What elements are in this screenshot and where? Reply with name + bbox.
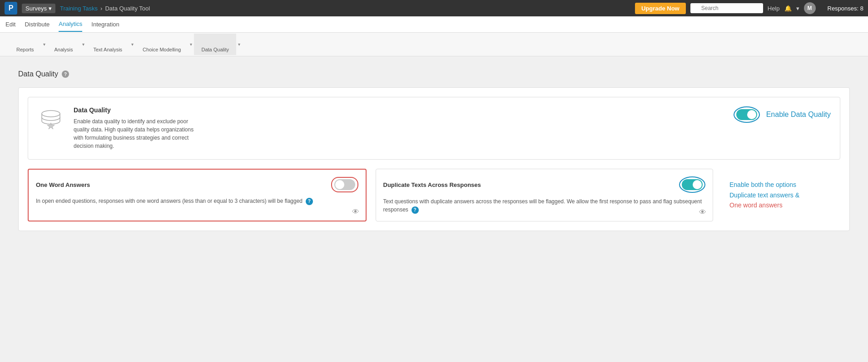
tool-analysis-label: Analysis (55, 47, 73, 52)
dt-help-icon[interactable]: ? (412, 206, 419, 214)
dt-toggle-circle-border (679, 176, 705, 193)
dq-card-icon-wrapper (37, 106, 64, 134)
notification-arrow[interactable]: ▾ (796, 5, 799, 12)
tool-reports-label: Reports (16, 47, 34, 52)
tool-dq-label: Data Quality (201, 47, 229, 52)
annotation-line2: Duplicate text answers & (729, 191, 799, 199)
owa-eye-icon[interactable]: 👁 (352, 208, 359, 216)
owa-card-title: One Word Answers (36, 181, 90, 188)
surveys-label: Surveys (25, 5, 47, 12)
app-logo: P (5, 2, 17, 15)
text-analysis-dropdown-arrow[interactable]: ▾ (129, 39, 135, 50)
svg-point-11 (42, 111, 60, 117)
toggle-thumb (747, 110, 756, 119)
notification-icon[interactable]: 🔔 (784, 5, 792, 12)
dt-toggle-track (682, 179, 703, 190)
dt-card-header: Duplicate Texts Across Responses (383, 176, 706, 193)
annotation-text: Enable both the options Duplicate text a… (729, 180, 799, 210)
page-title-text: Data Quality (18, 70, 58, 78)
dt-eye-icon[interactable]: 👁 (699, 208, 706, 216)
dt-toggle[interactable] (682, 179, 703, 190)
tool-reports[interactable]: Reports (9, 34, 41, 55)
dt-card-title: Duplicate Texts Across Responses (383, 181, 481, 188)
annotation-line1: Enable both the options (729, 181, 796, 188)
tool-text-analysis-label: Text Analysis (94, 47, 123, 52)
tool-text-analysis-wrapper: Text Analysis ▾ (86, 34, 136, 55)
dq-enable-toggle[interactable] (736, 109, 757, 120)
responses-count: Responses: 8 (828, 5, 864, 12)
dq-card-title: Data Quality (74, 106, 724, 114)
tool-choice-wrapper: Choice Modelling ▾ (135, 34, 194, 55)
tool-choice-label: Choice Modelling (143, 47, 181, 52)
breadcrumb-separator: › (100, 5, 102, 12)
avatar[interactable]: M (804, 2, 816, 14)
owa-help-icon[interactable]: ? (306, 198, 313, 205)
tool-analysis-wrapper: Analysis ▾ (47, 34, 86, 55)
breadcrumb: Training Tasks › Data Quality Tool (60, 5, 150, 12)
sub-cards-row: One Word Answers In open ended questions… (28, 169, 840, 221)
dq-dropdown-arrow[interactable]: ▾ (236, 39, 242, 50)
dt-toggle-thumb (693, 180, 702, 189)
tool-data-quality[interactable]: Data Quality (194, 34, 236, 55)
owa-card-header: One Word Answers (36, 177, 358, 192)
dq-card-toggle-area: Enable Data Quality (734, 106, 831, 123)
page-title-area: Data Quality ? (18, 70, 850, 78)
owa-card-description: In open ended questions, responses with … (36, 197, 358, 205)
top-bar: P Surveys ▾ Training Tasks › Data Qualit… (0, 0, 868, 16)
duplicate-texts-card: Duplicate Texts Across Responses Text qu… (376, 169, 714, 221)
surveys-dropdown-arrow: ▾ (49, 5, 52, 12)
one-word-answers-card: One Word Answers In open ended questions… (28, 169, 367, 221)
analysis-dropdown-arrow[interactable]: ▾ (80, 39, 86, 50)
page-help-icon[interactable]: ? (62, 70, 69, 78)
breadcrumb-part2: Data Quality Tool (105, 5, 150, 12)
nav-edit[interactable]: Edit (5, 17, 15, 31)
annotation-line3: One word answers (729, 201, 783, 209)
annotation-area: Enable both the options Duplicate text a… (722, 169, 840, 221)
owa-toggle-track (334, 179, 355, 190)
choice-dropdown-arrow[interactable]: ▾ (188, 39, 194, 50)
search-input[interactable] (690, 3, 763, 13)
enable-data-quality-label: Enable Data Quality (766, 111, 831, 119)
dq-card-description: Enable data quality to identify and excl… (74, 117, 201, 150)
dq-card-content: Data Quality Enable data quality to iden… (74, 106, 724, 150)
surveys-dropdown[interactable]: Surveys ▾ (22, 4, 55, 13)
nav-integration[interactable]: Integration (91, 17, 119, 31)
second-nav-bar: Edit Distribute Analytics Integration (0, 16, 868, 33)
tool-dq-wrapper: Data Quality ▾ (194, 34, 242, 55)
breadcrumb-part1[interactable]: Training Tasks (60, 5, 98, 12)
search-wrapper: 🔍 (690, 3, 763, 13)
owa-toggle-circle-border (331, 177, 358, 192)
main-content: Data Quality ? Data Quality Enable data … (0, 56, 868, 329)
reports-dropdown-arrow[interactable]: ▾ (41, 39, 47, 50)
database-star-icon (38, 107, 64, 133)
tool-text-analysis[interactable]: Text Analysis (86, 34, 130, 55)
cards-container: Data Quality Enable data quality to iden… (18, 87, 850, 231)
upgrade-now-button[interactable]: Upgrade Now (635, 3, 686, 14)
toggle-track (736, 109, 757, 120)
tool-bar: Reports ▾ Analysis ▾ (0, 33, 868, 56)
nav-distribute[interactable]: Distribute (25, 17, 50, 31)
tool-analysis[interactable]: Analysis (47, 34, 80, 55)
top-bar-right: Help 🔔 ▾ M (768, 2, 816, 14)
owa-toggle-thumb (335, 180, 344, 189)
help-label[interactable]: Help (768, 5, 780, 12)
tool-reports-wrapper: Reports ▾ (9, 34, 47, 55)
nav-analytics[interactable]: Analytics (59, 17, 82, 32)
owa-toggle[interactable] (334, 179, 355, 190)
dq-toggle-circle-border (734, 106, 760, 123)
dt-card-description: Text questions with duplicate answers ac… (383, 197, 706, 214)
tool-choice-modelling[interactable]: Choice Modelling (135, 34, 188, 55)
data-quality-main-card: Data Quality Enable data quality to iden… (28, 97, 840, 160)
